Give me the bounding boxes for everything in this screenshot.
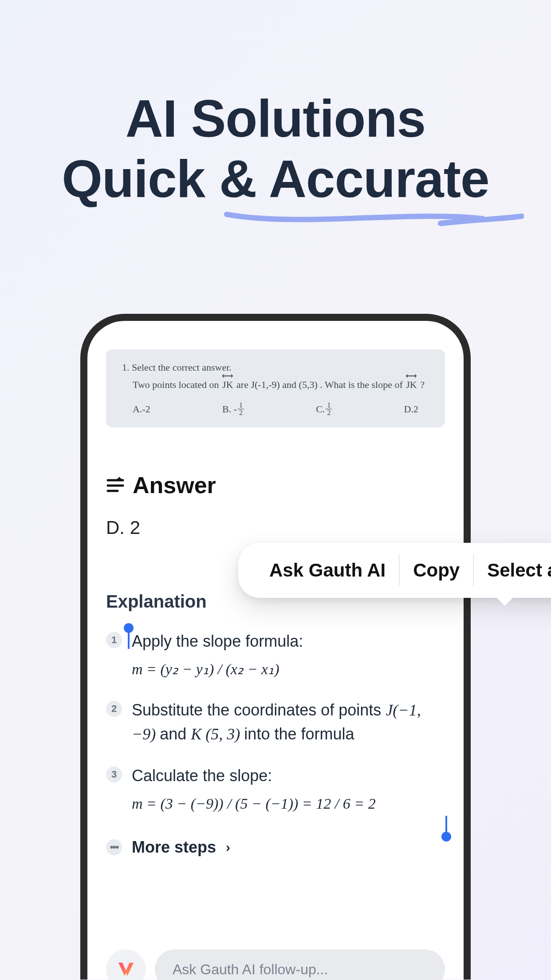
hero-underline-decoration — [222, 205, 524, 234]
copy-button[interactable]: Copy — [400, 553, 473, 587]
step-text: Substitute the coordinates of points — [132, 701, 386, 719]
hero-line1: AI Solutions — [62, 89, 489, 149]
followup-input[interactable]: Ask Gauth AI follow-up... — [155, 949, 445, 980]
step-2: 2 Substitute the coordinates of points J… — [106, 698, 445, 746]
option-a: A. -2 — [133, 402, 150, 417]
answer-header: Answer — [106, 472, 445, 498]
select-all-button[interactable]: Select all — [474, 553, 551, 587]
answer-value: D. 2 — [106, 517, 140, 538]
explanation-steps: 1 Apply the slope formula: m = (y₂ − y₁)… — [106, 629, 445, 815]
step-number-badge: 3 — [106, 767, 122, 782]
more-steps-label: More steps — [132, 838, 216, 857]
answer-list-icon — [106, 476, 125, 494]
ask-gauth-ai-button[interactable]: Ask Gauth AI — [256, 553, 399, 587]
ellipsis-icon: ••• — [106, 839, 122, 855]
step-formula: m = (3 − (−9)) / (5 − (−1)) = 12 / 6 = 2 — [132, 792, 376, 815]
step-number-badge: 2 — [106, 701, 122, 717]
question-body: Two points located on JK are J(-1,-9) an… — [133, 377, 429, 392]
text-selection-context-menu: Ask Gauth AI Copy Select all — [238, 543, 551, 598]
selection-handle-start[interactable] — [124, 623, 134, 633]
followup-bar: Ask Gauth AI follow-up... — [106, 949, 445, 980]
followup-placeholder: Ask Gauth AI follow-up... — [173, 961, 328, 978]
step-3: 3 Calculate the slope: m = (3 − (−9)) / … — [106, 764, 445, 815]
hero-line2: Quick & Accurate — [62, 149, 489, 209]
question-options: A. -2 B. - 12 C. 12 D. 2 — [133, 402, 418, 417]
step-heading: Apply the slope formula: — [132, 629, 303, 653]
more-steps-button[interactable]: ••• More steps › — [106, 838, 445, 857]
step-1: 1 Apply the slope formula: m = (y₂ − y₁)… — [106, 629, 445, 680]
step-formula: m = (y₂ − y₁) / (x₂ − x₁) — [132, 658, 303, 680]
question-prompt: 1. Select the correct answer. — [122, 362, 429, 373]
selection-handle-end[interactable] — [441, 832, 451, 842]
step-heading: Calculate the slope: — [132, 764, 376, 788]
hero-title: AI Solutions Quick & Accurate — [62, 89, 489, 209]
line-jk-symbol: JK — [405, 377, 417, 392]
chevron-right-icon: › — [226, 840, 230, 855]
option-d: D. 2 — [404, 402, 418, 417]
gauth-brand-icon[interactable] — [106, 949, 146, 980]
line-jk-symbol: JK — [221, 377, 234, 392]
step-number-badge: 1 — [106, 632, 122, 648]
phone-mockup-frame: 1. Select the correct answer. Two points… — [80, 314, 471, 980]
answer-title: Answer — [133, 472, 216, 498]
option-b: B. - 12 — [222, 402, 244, 417]
question-card: 1. Select the correct answer. Two points… — [106, 349, 445, 427]
option-c: C. 12 — [316, 402, 332, 417]
